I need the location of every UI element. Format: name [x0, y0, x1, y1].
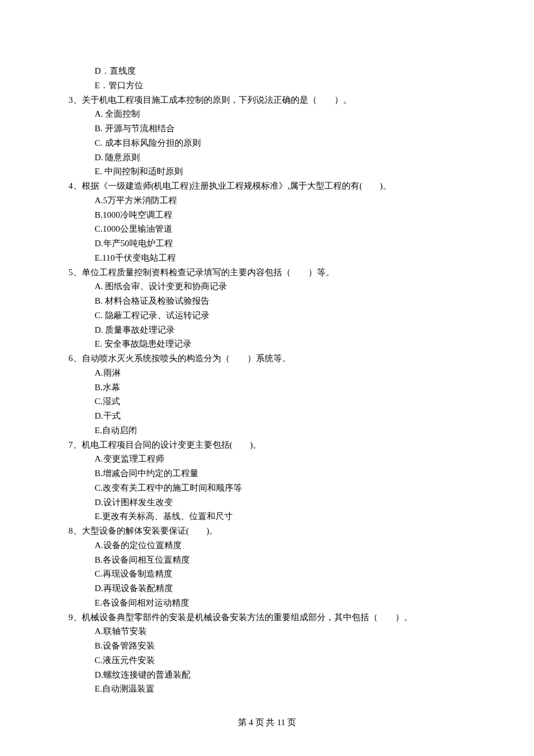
q5-option-c: C. 隐蔽工程记录、试运转记录	[68, 308, 466, 323]
q4-option-d: D.年产50吨电炉工程	[68, 236, 466, 251]
q6-option-e: E.自动启闭	[68, 423, 466, 438]
q8-option-a: A.设备的定位位置精度	[68, 538, 466, 553]
q5-option-e: E. 安全事故隐患处理记录	[68, 337, 466, 351]
q9-stem: 9、机械设备典型零部件的安装是机械设备安装方法的重要组成部分，其中包括（ ）。	[68, 610, 466, 625]
q9-option-a: A.联轴节安装	[68, 624, 466, 639]
q5-option-b: B. 材料合格证及检验试验报告	[68, 294, 466, 308]
q9-option-c: C.液压元件安装	[68, 653, 466, 668]
q9-option-b: B.设备管路安装	[68, 639, 466, 653]
q5-option-d: D. 质量事故处理记录	[68, 323, 466, 337]
q6-option-a: A.雨淋	[68, 366, 466, 380]
q7-option-c: C.改变有关工程中的施工时间和顺序等	[68, 481, 466, 495]
q8-option-b: B.各设备间相互位置精度	[68, 553, 466, 567]
q2-option-e: E．管口方位	[68, 78, 466, 93]
q7-option-b: B.增减合同中约定的工程量	[68, 466, 466, 481]
q7-option-a: A.变更监理工程师	[68, 452, 466, 466]
q3-option-a: A. 全面控制	[68, 107, 466, 121]
q7-option-d: D.设计图样发生改变	[68, 495, 466, 510]
q5-stem: 5、单位工程质量控制资料检查记录填写的主要内容包括（ ）等。	[68, 265, 466, 280]
q6-stem: 6、自动喷水灭火系统按喷头的构造分为（ ）系统等。	[68, 351, 466, 366]
q3-option-d: D. 随意原则	[68, 150, 466, 165]
q4-option-c: C.1000公里输油管道	[68, 222, 466, 236]
q8-option-d: D.再现设备装配精度	[68, 581, 466, 596]
q9-option-e: E.自动测温装置	[68, 682, 466, 696]
q4-option-e: E.110千伏变电站工程	[68, 251, 466, 265]
q9-option-d: D.螺纹连接键的普通装配	[68, 668, 466, 682]
q8-stem: 8、大型设备的解体安装要保证( )。	[68, 524, 466, 538]
q8-option-c: C.再现设备制造精度	[68, 567, 466, 581]
q4-stem: 4、根据《一级建造师(机电工程)注册执业工程规模标准》,属于大型工程的有( )。	[68, 179, 466, 193]
q3-option-b: B. 开源与节流相结合	[68, 121, 466, 136]
q2-option-d: D．直线度	[68, 64, 466, 78]
q4-option-b: B.1000冷吨空调工程	[68, 208, 466, 222]
q8-option-e: E.各设备间相对运动精度	[68, 596, 466, 610]
q7-option-e: E.更改有关标高、基线、位置和尺寸	[68, 509, 466, 524]
q6-option-d: D.干式	[68, 409, 466, 423]
q6-option-b: B.水幕	[68, 380, 466, 395]
document-page: D．直线度 E．管口方位 3、关于机电工程项目施工成本控制的原则，下列说法正确的…	[0, 0, 534, 696]
q4-option-a: A.5万平方米消防工程	[68, 193, 466, 208]
q7-stem: 7、机电工程项目合同的设计变更主要包括( )。	[68, 438, 466, 452]
q6-option-c: C.湿式	[68, 394, 466, 409]
q3-option-e: E. 中间控制和适时原则	[68, 164, 466, 179]
q3-option-c: C. 成本目标风险分担的原则	[68, 136, 466, 150]
q5-option-a: A. 图纸会审、设计变更和协商记录	[68, 279, 466, 294]
q3-stem: 3、关于机电工程项目施工成本控制的原则，下列说法正确的是（ ）。	[68, 93, 466, 107]
page-footer: 第 4 页 共 11 页	[0, 717, 534, 728]
